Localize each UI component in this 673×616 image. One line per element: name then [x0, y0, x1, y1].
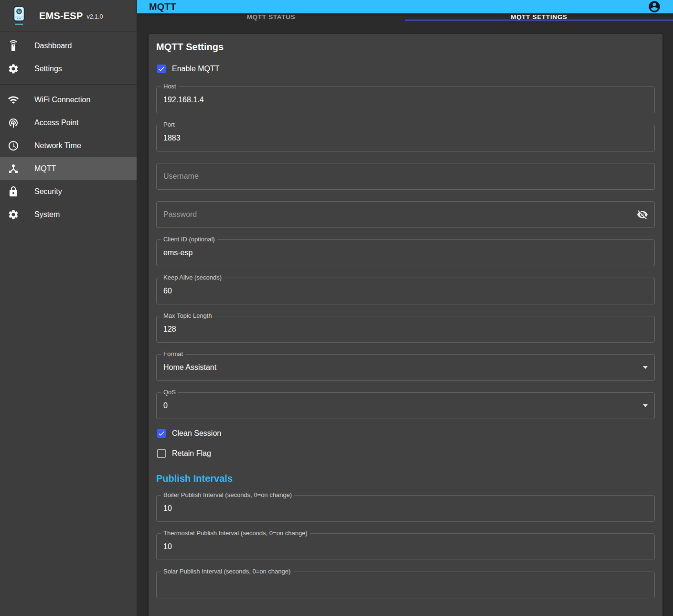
device-hub-icon — [8, 163, 19, 174]
tab-mqtt-settings[interactable]: MQTT SETTINGS — [405, 13, 673, 21]
app-name: EMS-ESP — [39, 11, 83, 22]
settings-remote-icon — [8, 40, 19, 52]
host-input[interactable] — [157, 96, 654, 104]
sidebar-item-label: Dashboard — [34, 42, 72, 50]
qos-field-group: QoS 0 — [156, 389, 655, 419]
port-field-group: Port — [156, 121, 655, 151]
sidebar-item-label: Access Point — [34, 119, 78, 127]
host-field-group: Host — [156, 83, 655, 113]
thermostat-publish-interval-input[interactable] — [157, 542, 654, 551]
sidebar-item-access-point[interactable]: Access Point — [0, 111, 137, 134]
format-field-group: Format Home Assistant — [156, 350, 655, 381]
content-area: MQTT Settings Enable MQTT Host Port — [137, 21, 673, 616]
enable-mqtt-row: Enable MQTT — [156, 64, 655, 74]
boiler-publish-interval-field-group: Boiler Publish Interval (seconds, 0=on c… — [156, 491, 655, 522]
password-input[interactable] — [157, 210, 654, 219]
retain-flag-label: Retain Flag — [172, 449, 211, 458]
tab-mqtt-status[interactable]: MQTT STATUS — [137, 13, 405, 21]
password-field-group — [156, 197, 655, 228]
gear-icon — [8, 209, 19, 220]
mqtt-settings-card: MQTT Settings Enable MQTT Host Port — [149, 34, 662, 616]
solar-publish-interval-field-group: Solar Publish Interval (seconds, 0=on ch… — [156, 568, 655, 598]
tab-label: MQTT STATUS — [247, 13, 296, 21]
host-field-label: Host — [161, 83, 179, 90]
wifi-icon — [8, 94, 19, 106]
app-version: v2.1.0 — [86, 13, 103, 20]
dropdown-caret-icon — [643, 404, 648, 407]
keep-alive-field-group: Keep Alive (seconds) — [156, 274, 655, 304]
max-topic-length-field-group: Max Topic Length — [156, 312, 655, 343]
qos-field-label: QoS — [161, 389, 178, 396]
appbar: MQTT — [137, 0, 673, 13]
sidebar-item-label: Network Time — [34, 141, 81, 150]
username-input[interactable] — [157, 172, 654, 181]
thermostat-publish-interval-field-group: Thermostat Publish Interval (seconds, 0=… — [156, 530, 655, 560]
client-id-field-group: Client ID (optional) — [156, 236, 655, 266]
client-id-input[interactable] — [157, 249, 654, 257]
wifi-tethering-icon — [8, 117, 19, 129]
sidebar-item-label: System — [34, 210, 60, 219]
tab-bar: MQTT STATUS MQTT SETTINGS — [137, 13, 673, 21]
port-field-label: Port — [161, 121, 177, 129]
card-title: MQTT Settings — [156, 42, 655, 53]
client-id-field-label: Client ID (optional) — [161, 236, 217, 243]
format-select-value: Home Assistant — [157, 363, 643, 372]
main-area: MQTT MQTT STATUS MQTT SETTINGS MQTT Sett… — [137, 0, 673, 616]
sidebar-item-label: WiFi Connection — [34, 96, 90, 104]
boiler-publish-interval-input[interactable] — [157, 504, 654, 513]
keep-alive-field-label: Keep Alive (seconds) — [161, 274, 224, 281]
publish-intervals-heading: Publish Intervals — [156, 473, 655, 484]
enable-mqtt-label: Enable MQTT — [172, 65, 220, 73]
sidebar-item-wifi-connection[interactable]: WiFi Connection — [0, 88, 137, 111]
clock-icon — [8, 140, 19, 151]
thermostat-publish-interval-label: Thermostat Publish Interval (seconds, 0=… — [161, 530, 310, 537]
format-field-label: Format — [161, 350, 185, 358]
sidebar-item-network-time[interactable]: Network Time — [0, 134, 137, 157]
clean-session-checkbox[interactable] — [157, 429, 166, 438]
sidebar-nav-secondary: WiFi Connection Access Point Network Tim… — [0, 85, 137, 230]
max-topic-length-field-label: Max Topic Length — [161, 312, 214, 320]
sidebar-nav-primary: Dashboard Settings — [0, 32, 137, 84]
qos-select-value: 0 — [157, 401, 643, 410]
sidebar-item-label: MQTT — [34, 164, 56, 173]
tab-label: MQTT SETTINGS — [511, 13, 567, 21]
format-select[interactable]: Home Assistant — [156, 354, 655, 381]
max-topic-length-input[interactable] — [157, 325, 654, 334]
solar-publish-interval-input[interactable] — [157, 581, 654, 589]
sidebar-item-system[interactable]: System — [0, 203, 137, 226]
enable-mqtt-checkbox[interactable] — [157, 65, 166, 73]
lock-icon — [8, 186, 19, 197]
solar-publish-interval-label: Solar Publish Interval (seconds, 0=on ch… — [161, 568, 293, 575]
page-title: MQTT — [149, 1, 648, 12]
retain-flag-row: Retain Flag — [156, 449, 655, 458]
keep-alive-input[interactable] — [157, 287, 654, 295]
sidebar: EMS-ESP v2.1.0 Dashboard Settings WiFi C… — [0, 0, 137, 616]
sidebar-item-dashboard[interactable]: Dashboard — [0, 34, 137, 57]
sidebar-header: EMS-ESP v2.1.0 — [0, 0, 137, 32]
sidebar-item-settings[interactable]: Settings — [0, 57, 137, 80]
sidebar-item-label: Settings — [34, 65, 62, 73]
visibility-off-icon[interactable] — [637, 209, 648, 220]
gear-icon — [8, 63, 19, 75]
qos-select[interactable]: 0 — [156, 392, 655, 419]
sidebar-item-label: Security — [34, 187, 62, 196]
retain-flag-checkbox[interactable] — [157, 449, 166, 458]
account-circle-icon[interactable] — [648, 0, 661, 13]
boiler-publish-interval-label: Boiler Publish Interval (seconds, 0=on c… — [161, 491, 294, 499]
sidebar-item-mqtt[interactable]: MQTT — [0, 157, 137, 180]
username-field-group — [156, 159, 655, 190]
app-logo — [10, 5, 29, 26]
dropdown-caret-icon — [643, 366, 648, 369]
clean-session-label: Clean Session — [172, 429, 221, 438]
port-input[interactable] — [157, 134, 654, 142]
sidebar-item-security[interactable]: Security — [0, 180, 137, 203]
clean-session-row: Clean Session — [156, 429, 655, 438]
